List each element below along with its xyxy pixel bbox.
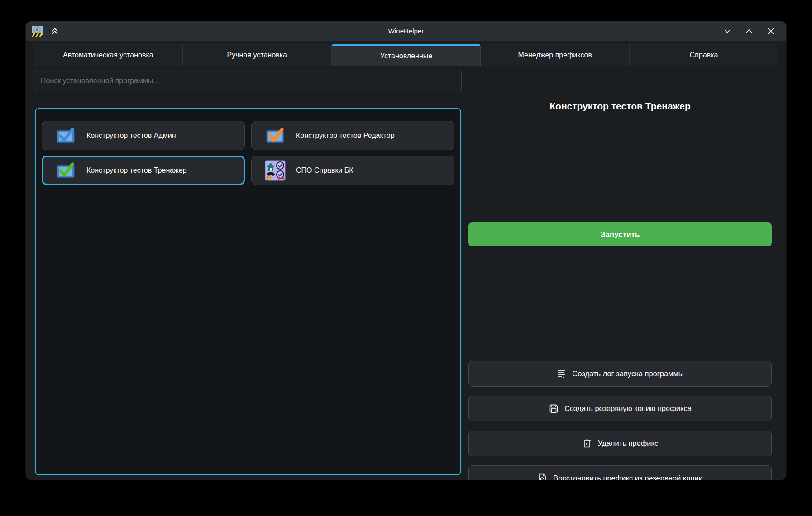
restore-prefix-button[interactable]: Восстановить префикс из резервной копии xyxy=(468,465,772,480)
action-label: Восстановить префикс из резервной копии xyxy=(553,474,702,480)
minimize-button[interactable] xyxy=(722,26,733,37)
window-title: WineHelper xyxy=(26,27,786,35)
trash-icon xyxy=(582,438,592,449)
tab-bar: Автоматическая установка Ручная установк… xyxy=(34,44,778,66)
program-item-spo-spravki[interactable]: 2.5 СПО Справки БК xyxy=(251,156,454,185)
selected-program-title: Конструктор тестов Тренажер xyxy=(468,101,772,112)
tab-installed[interactable]: Установленные xyxy=(332,44,481,66)
run-button[interactable]: Запустить xyxy=(468,222,772,246)
action-label: Создать резервную копию префикса xyxy=(564,404,692,413)
program-item-editor[interactable]: Конструктор тестов Редактор xyxy=(251,121,454,150)
svg-text:2.5: 2.5 xyxy=(277,177,285,181)
winehelper-window: WineHelper Автоматическая установка Ручн… xyxy=(26,21,786,480)
titlebar: WineHelper xyxy=(26,21,786,41)
delete-prefix-button[interactable]: Удалить префикс xyxy=(468,431,772,456)
restore-document-icon xyxy=(537,473,548,480)
log-lines-icon xyxy=(556,369,567,379)
tab-manual-install[interactable]: Ручная установка xyxy=(183,44,332,66)
backup-prefix-button[interactable]: Создать резервную копию префикса xyxy=(468,396,772,421)
checkmark-board-orange-icon xyxy=(264,125,286,147)
checkmark-board-green-icon xyxy=(55,160,76,181)
program-label: СПО Справки БК xyxy=(296,166,353,175)
floppy-save-icon xyxy=(549,403,559,414)
tab-auto-install[interactable]: Автоматическая установка xyxy=(34,44,183,66)
program-item-admin[interactable]: Конструктор тестов Админ xyxy=(42,121,245,150)
tab-help[interactable]: Справка xyxy=(630,44,778,66)
program-label: Конструктор тестов Админ xyxy=(86,132,176,140)
maximize-button[interactable] xyxy=(744,26,755,37)
panel-divider xyxy=(465,66,465,475)
program-item-trainer[interactable]: Конструктор тестов Тренажер xyxy=(42,156,245,185)
program-detail-panel: Конструктор тестов Тренажер Запустить Со… xyxy=(468,87,772,480)
program-label: Конструктор тестов Редактор xyxy=(296,132,395,140)
create-log-button[interactable]: Создать лог запуска программы xyxy=(468,361,772,387)
search-input[interactable] xyxy=(34,70,462,92)
installed-programs-list: Конструктор тестов Админ Конструктор тес… xyxy=(35,108,461,475)
action-label: Создать лог запуска программы xyxy=(572,369,683,378)
close-button[interactable] xyxy=(765,26,776,37)
checkmark-board-blue-icon xyxy=(55,125,76,147)
tab-prefix-manager[interactable]: Менеджер префиксов xyxy=(481,44,630,66)
spo-house-clock-icon: 2.5 xyxy=(264,160,286,181)
action-label: Удалить префикс xyxy=(598,439,658,448)
program-label: Конструктор тестов Тренажер xyxy=(86,166,187,175)
